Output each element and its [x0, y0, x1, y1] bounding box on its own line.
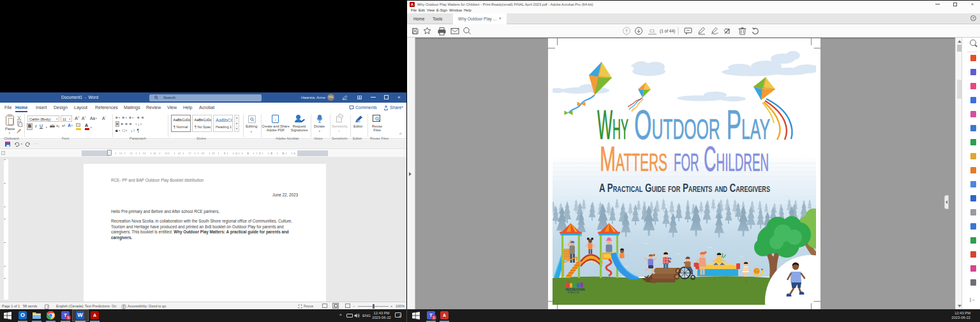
- svg-text:NOVA SCOTIA: NOVA SCOTIA: [568, 291, 579, 294]
- svg-text:RECREATION: RECREATION: [566, 288, 584, 291]
- svg-text:(1 of 44): (1 of 44): [660, 29, 675, 34]
- svg-text:A Practical Guide for Parents: A Practical Guide for Parents and Caregi…: [599, 181, 770, 194]
- svg-text:C1: C1: [650, 29, 655, 33]
- svg-text:for Children: for Children: [674, 138, 769, 179]
- svg-text:Matters: Matters: [600, 138, 667, 179]
